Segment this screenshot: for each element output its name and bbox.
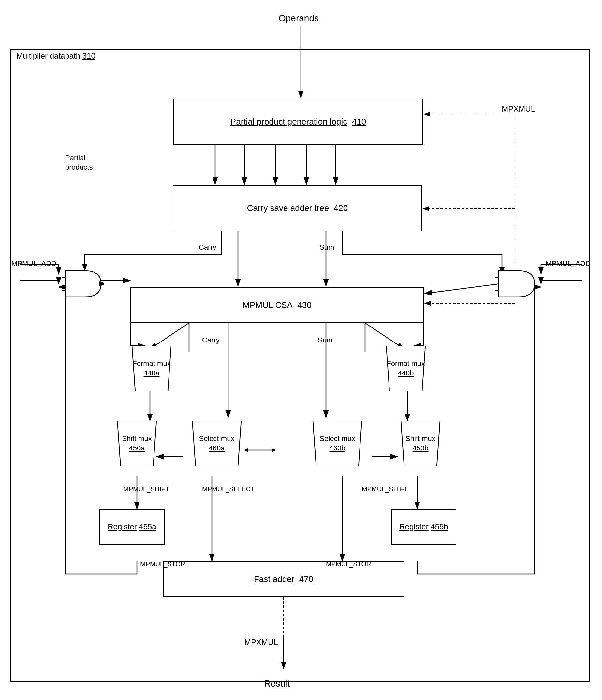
- ppgl-box: Partial product generation logic 410: [174, 99, 423, 145]
- and-gate-right: [495, 268, 538, 300]
- mpmul-select-label: MPMUL_SELECT: [202, 485, 255, 493]
- sum-label-2: Sum: [318, 336, 333, 345]
- multiplier-datapath-label: Multiplier datapath 310: [16, 52, 96, 61]
- register-a-box: Register 455a: [99, 509, 165, 545]
- shift-mux-a: Shift mux 450a: [111, 421, 163, 467]
- carry-label-2: Carry: [202, 336, 220, 345]
- diagram-container: Operands Multiplier datapath 310 Partial…: [0, 0, 602, 700]
- carry-label-1: Carry: [199, 243, 216, 251]
- mpmul-store-right-label: MPMUL_STORE: [326, 560, 375, 568]
- select-mux-b: Select mux 460b: [306, 421, 368, 467]
- csat-box: Carry save adder tree 420: [173, 185, 422, 231]
- shift-mux-b: Shift mux 450b: [394, 421, 447, 467]
- result-label: Result: [264, 678, 290, 689]
- mpmul-store-left-label: MPMUL_STORE: [140, 560, 190, 568]
- mpmul-shift-left-label: MPMUL_SHIFT: [123, 485, 169, 493]
- mpmul-shift-right-label: MPMUL_SHIFT: [362, 485, 408, 493]
- mpmul-add-left-label: MPMUL_ADD: [11, 259, 56, 268]
- partial-products-label: Partialproducts: [65, 153, 93, 172]
- select-mux-a: Select mux 460a: [186, 421, 248, 467]
- format-mux-b: Format mux 440b: [380, 346, 432, 392]
- format-mux-a: Format mux 440a: [126, 346, 178, 392]
- mpmul-add-right-label: MPMUL_ADD: [546, 259, 591, 268]
- mpxmul-bottom-label: MPXMUL: [244, 638, 278, 647]
- operands-label: Operands: [279, 13, 319, 24]
- csa-box: MPMUL CSA 430: [130, 287, 424, 323]
- sum-label-1: Sum: [319, 243, 334, 251]
- register-b-box: Register 455b: [391, 509, 456, 545]
- and-gate-left: [62, 268, 104, 300]
- mpxmul-right-label: MPXMUL: [502, 104, 535, 114]
